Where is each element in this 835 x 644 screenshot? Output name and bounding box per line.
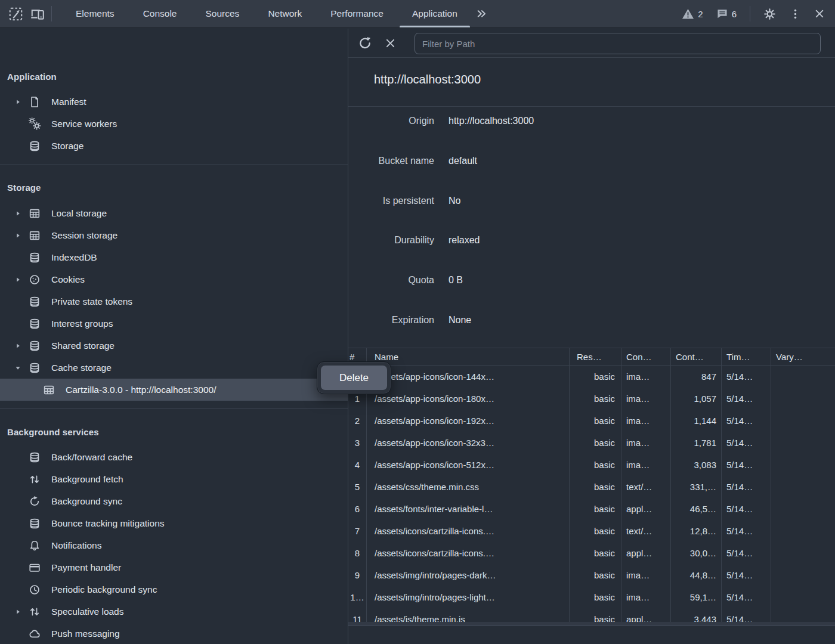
caret-right-icon[interactable] bbox=[14, 232, 29, 239]
table-body: 0 /assets/app-icons/icon-144x… basic ima… bbox=[348, 366, 835, 622]
table-row[interactable]: 1 /assets/app-icons/icon-180x… basic ima… bbox=[348, 388, 835, 410]
filter-by-path-input[interactable] bbox=[415, 33, 821, 54]
sidebar-item-indexeddb[interactable]: IndexedDB bbox=[0, 246, 348, 268]
sidebar-item-session-storage[interactable]: Session storage bbox=[0, 224, 348, 246]
col-header-vary[interactable]: Vary… bbox=[771, 348, 835, 365]
sidebar-item-speculative-loads[interactable]: Speculative loads bbox=[0, 600, 348, 623]
sidebar-item-payment-handler[interactable]: Payment handler bbox=[0, 556, 348, 578]
cell-time-cached: 5/14… bbox=[722, 454, 771, 476]
tab-network[interactable]: Network bbox=[253, 0, 316, 27]
caret-right-icon[interactable] bbox=[14, 98, 29, 106]
sidebar-item-service-workers[interactable]: Service workers bbox=[0, 113, 348, 135]
devices-icon bbox=[30, 7, 45, 21]
horizontal-splitter[interactable] bbox=[348, 623, 835, 626]
table-row[interactable]: 0 /assets/app-icons/icon-144x… basic ima… bbox=[348, 366, 835, 388]
cell-time-cached: 5/14… bbox=[722, 608, 771, 622]
cell-content-length: 1,057 bbox=[671, 388, 722, 410]
sidebar-item-push-messaging[interactable]: Push messaging bbox=[0, 623, 348, 644]
context-menu-delete[interactable]: Delete bbox=[321, 366, 387, 390]
inspect-icon bbox=[8, 7, 23, 21]
cell-vary bbox=[771, 586, 835, 608]
table-row[interactable]: 6 /assets/fonts/inter-variable-l… basic … bbox=[348, 498, 835, 520]
col-header-content-type[interactable]: Con… bbox=[621, 348, 671, 365]
sidebar-item-label: Background sync bbox=[51, 496, 348, 507]
sidebar-item-background-fetch[interactable]: Background fetch bbox=[0, 468, 348, 490]
table-row[interactable]: 8 /assets/icons/cartzilla-icons.… basic … bbox=[348, 542, 835, 564]
console-messages-icon[interactable] bbox=[716, 8, 728, 20]
cell-content-length: 44,8… bbox=[671, 564, 722, 586]
sidebar-item-cache-storage[interactable]: Cache storage bbox=[0, 357, 348, 379]
more-tabs-button[interactable] bbox=[472, 0, 491, 27]
sidebar-item-interest-groups[interactable]: Interest groups bbox=[0, 312, 348, 335]
cell-content-length: 847 bbox=[671, 366, 722, 388]
devtools-toolbar: Elements Console Sources Network Perform… bbox=[0, 0, 835, 28]
table-row[interactable]: 11 /assets/js/theme.min.js basic appl… 3… bbox=[348, 608, 835, 622]
caret-right-icon[interactable] bbox=[14, 276, 29, 283]
col-header-time-cached[interactable]: Tim… bbox=[722, 348, 771, 365]
close-icon[interactable] bbox=[814, 8, 825, 20]
sidebar-item-private-state-tokens[interactable]: Private state tokens bbox=[0, 290, 348, 312]
cell-content-type: ima… bbox=[621, 454, 671, 476]
cookie-icon bbox=[29, 274, 41, 286]
cell-content-type: appl… bbox=[621, 498, 671, 520]
table-row[interactable]: 2 /assets/app-icons/icon-192x… basic ima… bbox=[348, 410, 835, 432]
message-count[interactable]: 6 bbox=[732, 9, 737, 19]
caret-right-icon[interactable] bbox=[14, 342, 29, 349]
inspect-element-button[interactable] bbox=[5, 4, 26, 24]
tab-elements[interactable]: Elements bbox=[61, 0, 129, 27]
table-header-row: # Name Res… Con… Cont… Tim… Vary… bbox=[348, 348, 835, 366]
cell-time-cached: 5/14… bbox=[722, 520, 771, 542]
cell-index: 8 bbox=[348, 542, 367, 564]
caret-right-icon[interactable] bbox=[14, 608, 29, 615]
table-row[interactable]: 1… /assets/img/intro/pages-light… basic … bbox=[348, 586, 835, 608]
cell-time-cached: 5/14… bbox=[722, 366, 771, 388]
sidebar-item-bounce-tracking-mitigations[interactable]: Bounce tracking mitigations bbox=[0, 512, 348, 534]
kebab-menu-icon[interactable] bbox=[789, 8, 802, 20]
refresh-button[interactable] bbox=[354, 33, 376, 53]
detail-key: Expiration bbox=[348, 315, 434, 326]
cell-response-type: basic bbox=[570, 432, 621, 454]
caret-right-icon[interactable] bbox=[14, 210, 29, 217]
table-row[interactable]: 7 /assets/icons/cartzilla-icons.… basic … bbox=[348, 520, 835, 542]
table-row[interactable]: 9 /assets/img/intro/pages-dark… basic im… bbox=[348, 564, 835, 586]
detail-key: Is persistent bbox=[348, 196, 434, 206]
col-header-content-length[interactable]: Cont… bbox=[671, 348, 722, 365]
cell-vary bbox=[771, 432, 835, 454]
tab-sources[interactable]: Sources bbox=[191, 0, 254, 27]
device-toolbar-button[interactable] bbox=[26, 4, 48, 24]
sidebar-item-notifications[interactable]: Notifications bbox=[0, 534, 348, 556]
warning-icon[interactable] bbox=[682, 8, 694, 20]
table-row[interactable]: 4 /assets/app-icons/icon-512x… basic ima… bbox=[348, 454, 835, 476]
sidebar-item-back-forward-cache[interactable]: Back/forward cache bbox=[0, 446, 348, 468]
sidebar-item-storage[interactable]: Storage bbox=[0, 135, 348, 157]
col-header-response-type[interactable]: Res… bbox=[570, 348, 621, 365]
col-header-name[interactable]: Name bbox=[367, 348, 570, 365]
cell-index: 2 bbox=[348, 410, 367, 432]
clear-button[interactable] bbox=[379, 33, 401, 53]
cell-time-cached: 5/14… bbox=[722, 388, 771, 410]
caret-down-icon[interactable] bbox=[14, 364, 29, 371]
database-icon bbox=[29, 340, 41, 352]
tab-performance[interactable]: Performance bbox=[316, 0, 398, 27]
table-row[interactable]: 3 /assets/app-icons/icon-32x3… basic ima… bbox=[348, 432, 835, 454]
sidebar-item-periodic-background-sync[interactable]: Periodic background sync bbox=[0, 578, 348, 600]
sidebar-item-shared-storage[interactable]: Shared storage bbox=[0, 335, 348, 357]
tab-application[interactable]: Application bbox=[398, 0, 472, 27]
sidebar-item-label: Cache storage bbox=[51, 363, 348, 373]
sidebar-item-label: Back/forward cache bbox=[51, 452, 348, 463]
sidebar-item-cartzilla-cache[interactable]: Cartzilla-3.0.0 - http://localhost:3000/ bbox=[0, 379, 348, 401]
origin-title: http://localhost:3000 bbox=[374, 73, 481, 86]
cell-content-type: ima… bbox=[621, 366, 671, 388]
sidebar-item-local-storage[interactable]: Local storage bbox=[0, 202, 348, 224]
tab-label: Sources bbox=[206, 8, 240, 19]
sidebar-item-cookies[interactable]: Cookies bbox=[0, 268, 348, 290]
sidebar-item-label: Shared storage bbox=[51, 340, 348, 351]
detail-value: relaxed bbox=[449, 235, 480, 246]
warning-count[interactable]: 2 bbox=[698, 9, 703, 19]
sidebar-item-manifest[interactable]: Manifest bbox=[0, 91, 348, 113]
settings-gear-icon[interactable] bbox=[762, 7, 777, 21]
tab-console[interactable]: Console bbox=[129, 0, 191, 27]
table-row[interactable]: 5 /assets/css/theme.min.css basic text/…… bbox=[348, 476, 835, 498]
detail-row-quota: Quota 0 B bbox=[348, 273, 835, 288]
sidebar-item-background-sync[interactable]: Background sync bbox=[0, 490, 348, 512]
